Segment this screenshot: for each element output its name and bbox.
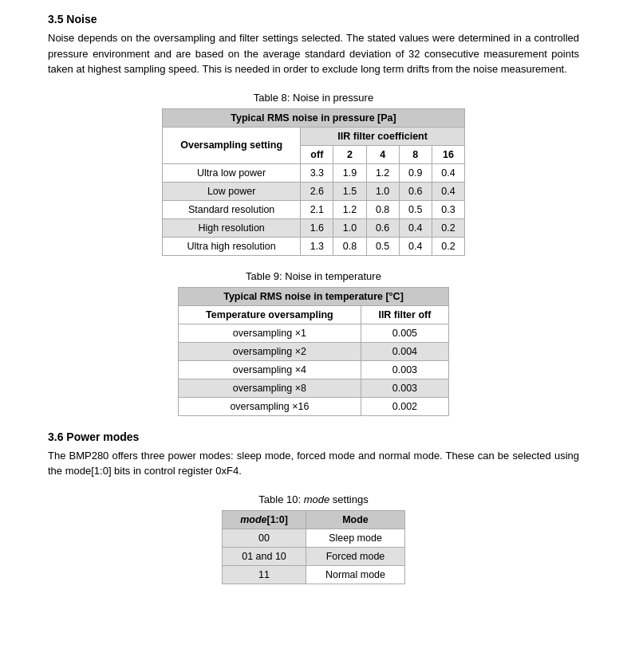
table8-wrapper: Typical RMS noise in pressure [Pa] Overs… [48, 108, 579, 256]
section-36: 3.6 Power modes The BMP280 offers three … [48, 430, 579, 479]
pressure-cell: 0.9 [399, 163, 432, 182]
mode-table: mode[1:0] Mode 00Sleep mode01 and 10Forc… [222, 510, 405, 584]
table10-caption-prefix: Table 10: [258, 493, 303, 505]
temp-row-label: oversampling ×2 [179, 342, 361, 360]
mode-label-cell: Normal mode [306, 565, 405, 584]
pressure-cell: 0.4 [399, 237, 432, 255]
pressure-col-header: off [301, 145, 333, 163]
section-35-title: 3.5 Noise [48, 13, 579, 26]
temp-main-header: Typical RMS noise in temperature [°C] [179, 287, 449, 305]
temp-row-label: oversampling ×16 [179, 397, 361, 415]
pressure-cell: 1.3 [301, 237, 333, 255]
table-row: oversampling ×80.003 [179, 379, 449, 397]
table9-caption: Table 9: Noise in temperature [48, 270, 579, 282]
table-row: High resolution1.61.00.60.40.2 [163, 218, 465, 237]
table10-caption: Table 10: mode settings [48, 493, 579, 505]
temp-col1-header: Temperature oversampling [179, 305, 361, 324]
pressure-cell: 0.3 [432, 200, 464, 218]
pressure-cell: 0.6 [399, 182, 432, 200]
temp-cell: 0.005 [361, 324, 448, 342]
temp-cell: 0.002 [361, 397, 448, 415]
pressure-main-header: Typical RMS noise in pressure [Pa] [163, 108, 465, 127]
pressure-table: Typical RMS noise in pressure [Pa] Overs… [162, 108, 465, 256]
pressure-cell: 2.6 [301, 182, 333, 200]
table8-caption: Table 8: Noise in pressure [48, 92, 579, 104]
section-35: 3.5 Noise Noise depends on the oversampl… [48, 13, 579, 77]
pressure-row-label: High resolution [163, 218, 301, 237]
table-row: Ultra low power3.31.91.20.90.4 [163, 163, 465, 182]
pressure-cell: 1.9 [333, 163, 366, 182]
oversampling-col-label: Oversampling setting [163, 127, 301, 163]
pressure-cell: 0.4 [432, 182, 464, 200]
section-36-title: 3.6 Power modes [48, 430, 579, 443]
temp-row-label: oversampling ×1 [179, 324, 361, 342]
pressure-cell: 0.2 [432, 218, 464, 237]
pressure-col-header: 2 [333, 145, 366, 163]
pressure-row-label: Low power [163, 182, 301, 200]
table9-wrapper: Typical RMS noise in temperature [°C] Te… [48, 287, 579, 416]
mode-col2-header: Mode [306, 510, 405, 529]
temperature-table: Typical RMS noise in temperature [°C] Te… [178, 287, 449, 416]
table-row: oversampling ×40.003 [179, 360, 449, 379]
table-row: 01 and 10Forced mode [223, 547, 405, 565]
pressure-cell: 0.5 [366, 237, 399, 255]
mode-col1-header: mode[1:0] [223, 510, 306, 529]
mode-code-cell: 01 and 10 [223, 547, 306, 565]
temp-col2-header: IIR filter off [361, 305, 448, 324]
pressure-row-label: Standard resolution [163, 200, 301, 218]
mode-label-cell: Forced mode [306, 547, 405, 565]
mode-label-cell: Sleep mode [306, 529, 405, 547]
temp-cell: 0.003 [361, 360, 448, 379]
table-row: Standard resolution2.11.20.80.50.3 [163, 200, 465, 218]
temp-row-label: oversampling ×4 [179, 360, 361, 379]
mode-code-cell: 00 [223, 529, 306, 547]
pressure-cell: 0.5 [399, 200, 432, 218]
pressure-row-label: Ultra low power [163, 163, 301, 182]
section-35-body: Noise depends on the oversampling and fi… [48, 30, 579, 77]
table-row: oversampling ×160.002 [179, 397, 449, 415]
pressure-row-label: Ultra high resolution [163, 237, 301, 255]
table10-wrapper: mode[1:0] Mode 00Sleep mode01 and 10Forc… [48, 510, 579, 584]
pressure-cell: 1.2 [366, 163, 399, 182]
pressure-cell: 1.2 [333, 200, 366, 218]
pressure-cell: 1.5 [333, 182, 366, 200]
pressure-cell: 3.3 [301, 163, 333, 182]
pressure-col-header: 16 [432, 145, 464, 163]
iir-header: IIR filter coefficient [301, 127, 465, 145]
pressure-cell: 2.1 [301, 200, 333, 218]
pressure-col-header: 8 [399, 145, 432, 163]
pressure-cell: 1.6 [301, 218, 333, 237]
table-row: Low power2.61.51.00.60.4 [163, 182, 465, 200]
table-row: 11Normal mode [223, 565, 405, 584]
pressure-cell: 0.4 [432, 163, 464, 182]
pressure-cell: 0.6 [366, 218, 399, 237]
mode-code-cell: 11 [223, 565, 306, 584]
pressure-cell: 1.0 [366, 182, 399, 200]
pressure-cell: 0.8 [333, 237, 366, 255]
section-36-body: The BMP280 offers three power modes: sle… [48, 448, 579, 479]
temp-row-label: oversampling ×8 [179, 379, 361, 397]
pressure-cell: 0.8 [366, 200, 399, 218]
table-row: oversampling ×20.004 [179, 342, 449, 360]
temp-cell: 0.003 [361, 379, 448, 397]
temp-cell: 0.004 [361, 342, 448, 360]
pressure-cell: 0.4 [399, 218, 432, 237]
pressure-cell: 0.2 [432, 237, 464, 255]
table-row: 00Sleep mode [223, 529, 405, 547]
table-row: oversampling ×10.005 [179, 324, 449, 342]
table10-caption-italic: mode [304, 493, 330, 505]
table-row: Ultra high resolution1.30.80.50.40.2 [163, 237, 465, 255]
pressure-cell: 1.0 [333, 218, 366, 237]
pressure-col-header: 4 [366, 145, 399, 163]
table10-caption-suffix: settings [329, 493, 368, 505]
